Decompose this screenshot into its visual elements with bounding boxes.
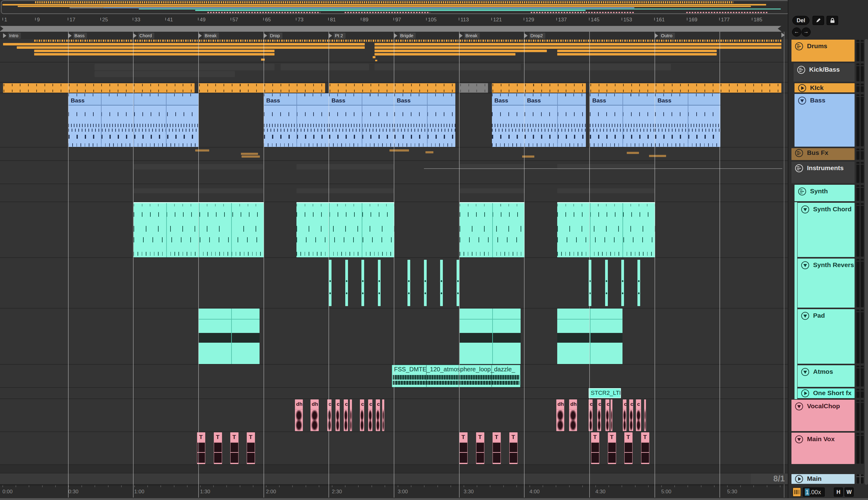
clip-one-shot[interactable]: STCR2_LTH (589, 388, 621, 398)
lane-busfx[interactable] (0, 148, 788, 161)
track-header-kickbass[interactable]: Kick/Bass (793, 63, 855, 82)
clip-busfx[interactable] (195, 149, 209, 151)
track-header-main[interactable]: Main (791, 474, 855, 484)
clip-vocal-chop[interactable]: c (376, 399, 380, 431)
clip-vocal-chop[interactable]: c (336, 399, 340, 431)
clip-bass[interactable]: Bass (394, 93, 455, 147)
clip-synth-revers[interactable] (456, 260, 459, 306)
clip-vocal-chop[interactable]: dh (311, 399, 319, 431)
group-unfold-icon[interactable] (795, 149, 803, 157)
group-unfold-icon[interactable] (795, 42, 803, 50)
track-header-busfx[interactable]: Bus Fx (791, 148, 855, 160)
lane-oneshort[interactable]: STCR2_LTH (0, 388, 788, 399)
group-unfold-icon[interactable] (798, 188, 806, 195)
track-header-pad[interactable]: Pad (798, 309, 855, 364)
track-header-oneshort[interactable]: One Short fx (798, 388, 855, 398)
clip-vocal-chop[interactable]: c (344, 399, 348, 431)
clip-vocal-chop[interactable]: c (368, 399, 372, 431)
clip-main-vox[interactable]: T (641, 432, 649, 464)
clip-busfx[interactable] (241, 156, 260, 158)
nav-forward-button[interactable]: → (801, 27, 811, 37)
track-play-icon[interactable] (795, 475, 803, 483)
clip-vocal-chop[interactable]: c (636, 399, 641, 431)
clip-drums-bar[interactable] (374, 46, 781, 49)
clip-pad[interactable] (199, 308, 260, 364)
lane-synthrevers[interactable] (0, 258, 788, 308)
clip-vocal-chop[interactable]: dh (569, 399, 577, 431)
lane-bass[interactable]: BassBassBassBassBassBassBassBass (0, 93, 788, 148)
clip-vocal-chop[interactable]: c (360, 399, 364, 431)
clip-kick[interactable] (492, 83, 586, 93)
track-header-vocalchop[interactable]: VocalChop (791, 400, 855, 431)
track-play-icon[interactable] (798, 84, 806, 92)
track-header-kick[interactable]: KIck (794, 83, 855, 92)
fit-height-button[interactable]: H (834, 488, 843, 497)
clip-drums-bar[interactable] (34, 53, 274, 56)
clip-synth-revers[interactable] (424, 260, 427, 306)
clip-main-vox[interactable]: T (591, 432, 599, 464)
clip-synth-chord[interactable] (557, 202, 655, 257)
clip-synth-revers[interactable] (605, 260, 608, 306)
clip-synth-revers[interactable] (378, 260, 381, 306)
lock-envelopes-button[interactable] (826, 16, 838, 25)
clip-drums-bar[interactable] (17, 46, 365, 49)
clip-vocal-chop[interactable]: dh (295, 399, 303, 431)
nav-back-button[interactable]: ← (792, 27, 801, 37)
clip-pad[interactable] (460, 308, 521, 364)
lane-drums[interactable] (0, 39, 788, 62)
clip-busfx[interactable] (390, 149, 409, 151)
track-fold-icon[interactable] (798, 96, 806, 105)
track-fold-icon[interactable] (801, 368, 809, 376)
lane-vocalchop[interactable]: dhdhccccccdhdhcccccc (0, 399, 788, 432)
clip-vocal-chop[interactable]: c (629, 399, 633, 431)
lane-pad[interactable] (0, 308, 788, 365)
clip-kick[interactable] (199, 83, 325, 93)
clip-main-vox[interactable]: T (230, 432, 238, 464)
clip-main-vox[interactable]: T (509, 432, 518, 464)
clip-synth-chord[interactable] (296, 202, 394, 257)
vertical-scrollbar[interactable] (865, 39, 868, 485)
clip-synth-revers[interactable] (407, 260, 410, 306)
clip-synth-revers[interactable] (345, 260, 348, 306)
clip-vocal-chop[interactable]: c (327, 399, 331, 431)
clip-drums-bar[interactable] (374, 43, 781, 45)
fit-width-button[interactable]: W (845, 488, 854, 497)
clip-bass[interactable]: Bass (590, 93, 655, 147)
clip-synth-revers[interactable] (329, 260, 331, 306)
clip-drums-bar[interactable] (374, 53, 516, 56)
track-header-synth[interactable]: Synth (794, 185, 855, 201)
clip-vocal-chop[interactable]: c (606, 399, 609, 431)
clip-main-vox[interactable]: T (247, 432, 255, 464)
track-header-instruments[interactable]: Instruments (791, 162, 855, 183)
clip-pad[interactable] (557, 308, 622, 364)
track-fold-icon[interactable] (801, 312, 809, 320)
clip-vocal-chop[interactable] (611, 399, 612, 431)
clip-bass[interactable]: Bass (655, 93, 720, 147)
playback-speed-field[interactable]: 1.00x (803, 488, 825, 497)
clip-main-vox[interactable]: T (214, 432, 222, 464)
lane-spacer[interactable] (0, 465, 788, 474)
lane-mainvox[interactable]: TTTTTTTTTTTT (0, 432, 788, 465)
group-unfold-icon[interactable] (795, 164, 803, 172)
track-header-mainvox[interactable]: Main Vox (791, 433, 855, 464)
track-header-atmos[interactable]: Atmos (798, 365, 855, 387)
track-fold-icon[interactable] (795, 435, 803, 443)
clip-main-vox[interactable]: T (459, 432, 467, 464)
clip-busfx[interactable] (241, 153, 258, 155)
clip-vocal-chop[interactable]: c (597, 399, 601, 431)
clip-atmos[interactable]: FSS_DMTE_120_atmosphere_loop_dazzle_ (392, 365, 520, 387)
clip-drums-bar[interactable] (34, 50, 274, 52)
clip-vocal-chop[interactable]: c (623, 399, 627, 431)
clip-main-vox[interactable]: T (493, 432, 501, 464)
clip-drums-bar[interactable] (557, 53, 717, 56)
clip-vocal-chop[interactable] (644, 399, 646, 431)
clip-drums-bar[interactable] (557, 50, 717, 52)
lane-atmos[interactable]: FSS_DMTE_120_atmosphere_loop_dazzle_ (0, 365, 788, 388)
track-header-synthrevers[interactable]: Synth Revers (798, 259, 855, 308)
track-fold-icon[interactable] (801, 261, 809, 269)
track-fold-icon[interactable] (801, 205, 809, 213)
clip-synth-revers[interactable] (621, 260, 624, 306)
clip-busfx[interactable] (649, 155, 666, 157)
lane-main[interactable] (0, 474, 788, 485)
track-fold-icon[interactable] (795, 402, 803, 410)
